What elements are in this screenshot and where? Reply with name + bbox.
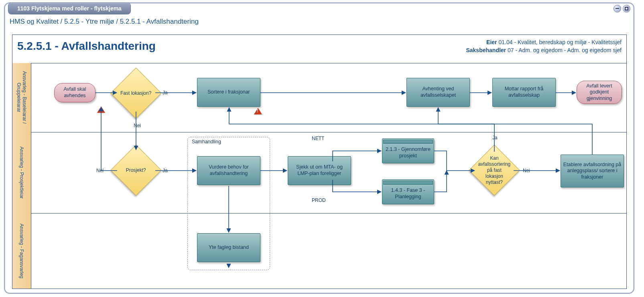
edge-label-prod: PROD (311, 197, 327, 203)
page-title: 5.2.5.1 - Avfallshandtering (17, 40, 156, 53)
window-title: 1103 Flytskjema med roller - flytskjema (8, 2, 131, 14)
edge-label-nei: Nei (522, 167, 531, 174)
decision-prosjekt[interactable]: Prosjekt? (110, 144, 161, 195)
edge-label-ja: Ja (492, 134, 498, 141)
maximize-button[interactable] (623, 5, 630, 12)
process-vurdere-behov[interactable]: Vurdere behov for avfallshandtering (197, 156, 260, 185)
edge-label-nett: NETT (311, 135, 325, 142)
lane-baseleiarar: Ansvarleg - Baseleiarar / Gruppeleiarar … (12, 63, 626, 132)
subprocess-fase3-planlegging[interactable]: 1.4.3 - Fase 3 - Planlegging (382, 179, 434, 204)
warning-icon (97, 106, 105, 113)
process-sortere-fraksjonar[interactable]: Sortere i fraksjonar (197, 78, 260, 107)
lane-fagansvarleg: Ansvarleg - Fagansvarleg Yte fagleg bist… (12, 213, 626, 289)
breadcrumb-part-2[interactable]: 5.2.5 - Ytre miljø (64, 18, 114, 25)
process-mottar-rapport[interactable]: Mottar rapport frå avfallsselskap (492, 78, 556, 107)
owner-label: Eier (486, 39, 497, 45)
lane-label: Ansvarleg - Baseleiarar / Gruppeleiarar (12, 63, 31, 132)
process-yte-bistand[interactable]: Yte fagleg bistand (197, 233, 260, 262)
group-title: Samhandling (192, 139, 221, 144)
app-window: 1103 Flytskjema med roller - flytskjema … (4, 2, 634, 294)
breadcrumb-part-1[interactable]: HMS og Kvalitet (10, 18, 59, 25)
diagram-header: 5.2.5.1 - Avfallshandtering Eier 01.04 -… (12, 35, 626, 63)
process-etablere-avfallsordning[interactable]: Etablere avfallsordning på anleggsplass/… (561, 155, 624, 187)
decision-fast-lokasjon[interactable]: Fast lokasjon? (110, 67, 161, 118)
swimlanes: Ansvarleg - Baseleiarar / Gruppeleiarar … (12, 63, 626, 289)
edge-label-ja: Ja (162, 90, 169, 96)
lane-label: Ansvarleg - Fagansvarleg (12, 213, 31, 289)
edge-label-nei: Nei (95, 167, 104, 174)
flowchart: 5.2.5.1 - Avfallshandtering Eier 01.04 -… (12, 35, 627, 289)
breadcrumb: HMS og Kvalitet / 5.2.5 - Ytre miljø / 5… (10, 18, 199, 26)
caseworker-label: Saksbehandler (466, 47, 506, 53)
decision-sort-fast-lokasjon[interactable]: Kan avfallssortering på fast lokasjon ny… (469, 144, 520, 195)
terminator-start[interactable]: Avfall skal avhendes (54, 83, 95, 102)
terminator-end[interactable]: Avfall levert godkjent gjenvinning (577, 81, 622, 104)
caseworker-value: 07 - Adm. og eigedom - Adm. og eigedom s… (506, 47, 622, 53)
process-sjekk-mta-lmp[interactable]: Sjekk ut om MTA- og LMP-plan foreligger (288, 156, 351, 185)
minimize-button[interactable] (614, 5, 621, 12)
lane-label: Ansvarleg - Prosjektleiar (12, 132, 31, 213)
subprocess-gjennomfore-prosjekt[interactable]: 2.1.3 - Gjennomføre prosjekt (382, 138, 434, 163)
owner-value: 01.04 - Kvalitet, beredskap og miljø - K… (497, 39, 622, 45)
window-title-text: 1103 Flytskjema med roller - flytskjema (17, 5, 122, 12)
breadcrumb-part-3[interactable]: 5.2.5.1 - Avfallshandtering (120, 18, 199, 25)
process-avhenting[interactable]: Avhenting ved avfallsselskapet (406, 78, 470, 107)
header-meta: Eier 01.04 - Kvalitet, beredskap og milj… (466, 38, 622, 54)
edge-label-ja: Ja (162, 167, 169, 174)
warning-icon (254, 108, 262, 114)
edge-label-nei: Nei (133, 122, 142, 129)
window-controls (614, 5, 630, 12)
